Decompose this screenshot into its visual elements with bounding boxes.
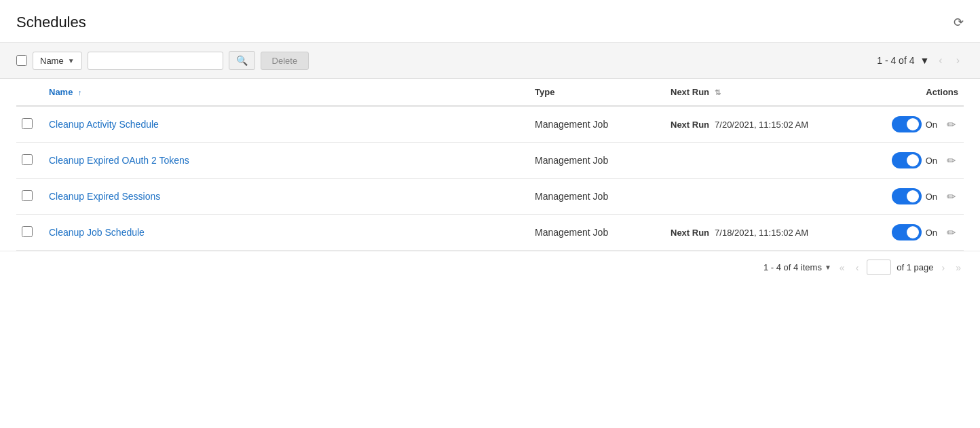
- row-nextrun-cell: Next Run 7/20/2021, 11:15:02 AM: [665, 106, 882, 143]
- next-run-label: Next Run: [671, 120, 709, 130]
- table-header-row: Name ↑ Type Next Run ⇅ Actions: [16, 79, 964, 106]
- toggle-wrapper-2: On: [892, 188, 937, 204]
- toolbar: Name ▼ 🔍 Delete 1 - 4 of 4 ▼ ‹ ›: [0, 43, 980, 79]
- footer-page-range: 1 - 4 of 4 items ▼: [764, 262, 831, 272]
- row-type-cell: Management Job: [529, 179, 665, 215]
- pagination-dropdown-icon[interactable]: ▼: [920, 55, 929, 66]
- row-checkbox-0[interactable]: [22, 118, 33, 129]
- page-header: Schedules ⟳: [0, 0, 980, 43]
- toggle-wrapper-0: On: [892, 116, 937, 132]
- toolbar-right: 1 - 4 of 4 ▼ ‹ ›: [877, 53, 964, 68]
- next-page-button[interactable]: ›: [952, 53, 964, 68]
- edit-button-1[interactable]: ✏: [944, 153, 958, 168]
- sort-icon: ↑: [78, 88, 82, 96]
- nextrun-sort-icon: ⇅: [715, 88, 721, 96]
- toggle-wrapper-3: On: [892, 224, 937, 240]
- next-run-value: 7/20/2021, 11:15:02 AM: [715, 120, 808, 130]
- row-checkbox-cell: [16, 179, 43, 215]
- edit-button-2[interactable]: ✏: [944, 189, 958, 204]
- footer-pagination-chevron[interactable]: ▼: [825, 264, 831, 271]
- pagination-range: 1 - 4 of 4: [877, 55, 914, 66]
- next-run-label: Next Run: [671, 228, 709, 238]
- edit-button-0[interactable]: ✏: [944, 117, 958, 132]
- row-name-cell: Cleanup Job Schedule: [43, 215, 529, 251]
- search-button[interactable]: 🔍: [229, 51, 255, 70]
- toggle-0[interactable]: [892, 116, 922, 132]
- schedule-link-1[interactable]: Cleanup Expired OAuth 2 Tokens: [49, 155, 189, 166]
- toggle-label-2: On: [926, 192, 937, 202]
- toggle-3[interactable]: [892, 224, 922, 240]
- toggle-2[interactable]: [892, 188, 922, 204]
- row-checkbox-3[interactable]: [22, 226, 33, 237]
- toggle-label-1: On: [926, 156, 937, 166]
- row-type-cell: Management Job: [529, 106, 665, 143]
- col-header-checkbox: [16, 79, 43, 106]
- row-checkbox-1[interactable]: [22, 154, 33, 165]
- prev-page-button[interactable]: ‹: [935, 53, 946, 68]
- search-input[interactable]: [88, 52, 223, 70]
- toggle-label-0: On: [926, 120, 937, 130]
- toggle-label-3: On: [926, 228, 937, 238]
- select-all-checkbox[interactable]: [16, 55, 27, 66]
- row-name-cell: Cleanup Expired Sessions: [43, 179, 529, 215]
- next-run-value: 7/18/2021, 11:15:02 AM: [715, 228, 808, 238]
- prev-page-button-footer[interactable]: ‹: [853, 261, 862, 274]
- row-type-cell: Management Job: [529, 143, 665, 179]
- schedule-link-2[interactable]: Cleanup Expired Sessions: [49, 191, 160, 202]
- row-actions-cell: On ✏: [882, 215, 964, 251]
- row-actions-cell: On ✏: [882, 106, 964, 143]
- schedule-link-0[interactable]: Cleanup Activity Schedule: [49, 119, 159, 130]
- table-container: Name ↑ Type Next Run ⇅ Actions Cleanup A…: [0, 79, 980, 251]
- page-total: of 1 page: [897, 262, 933, 272]
- toggle-slider-2: [892, 188, 922, 204]
- toggle-slider-0: [892, 116, 922, 132]
- toggle-wrapper-1: On: [892, 152, 937, 168]
- row-nextrun-cell: Next Run 7/18/2021, 11:15:02 AM: [665, 215, 882, 251]
- schedule-link-3[interactable]: Cleanup Job Schedule: [49, 227, 145, 238]
- page-title: Schedules: [16, 14, 86, 31]
- row-checkbox-cell: [16, 106, 43, 143]
- page-number-input[interactable]: 1: [867, 260, 891, 275]
- toolbar-left: Name ▼ 🔍 Delete: [16, 51, 871, 70]
- col-header-nextrun[interactable]: Next Run ⇅: [665, 79, 882, 106]
- footer-pagination: 1 - 4 of 4 items ▼ « ‹ 1 of 1 page › »: [0, 251, 980, 283]
- row-actions-cell: On ✏: [882, 179, 964, 215]
- first-page-button[interactable]: «: [837, 261, 848, 274]
- row-actions-cell: On ✏: [882, 143, 964, 179]
- row-nextrun-cell: [665, 143, 882, 179]
- filter-chevron-icon: ▼: [68, 57, 75, 65]
- filter-select[interactable]: Name ▼: [33, 52, 82, 70]
- row-checkbox-2[interactable]: [22, 190, 33, 201]
- row-name-cell: Cleanup Activity Schedule: [43, 106, 529, 143]
- delete-button[interactable]: Delete: [261, 52, 309, 70]
- row-name-cell: Cleanup Expired OAuth 2 Tokens: [43, 143, 529, 179]
- search-icon: 🔍: [236, 55, 248, 66]
- col-header-type: Type: [529, 79, 665, 106]
- edit-button-3[interactable]: ✏: [944, 225, 958, 240]
- table-row: Cleanup Job Schedule Management Job Next…: [16, 215, 964, 251]
- last-page-button[interactable]: »: [953, 261, 964, 274]
- table-row: Cleanup Activity Schedule Management Job…: [16, 106, 964, 143]
- next-page-button-footer[interactable]: ›: [939, 261, 948, 274]
- row-type-cell: Management Job: [529, 215, 665, 251]
- row-checkbox-cell: [16, 143, 43, 179]
- col-header-actions: Actions: [882, 79, 964, 106]
- schedules-table: Name ↑ Type Next Run ⇅ Actions Cleanup A…: [16, 79, 964, 251]
- row-checkbox-cell: [16, 215, 43, 251]
- toggle-slider-3: [892, 224, 922, 240]
- toggle-1[interactable]: [892, 152, 922, 168]
- filter-label: Name: [40, 56, 64, 66]
- toggle-slider-1: [892, 152, 922, 168]
- row-nextrun-cell: [665, 179, 882, 215]
- history-icon[interactable]: ⟳: [954, 15, 964, 30]
- col-header-name[interactable]: Name ↑: [43, 79, 529, 106]
- table-row: Cleanup Expired Sessions Management Job: [16, 179, 964, 215]
- footer-pagination-label: 1 - 4 of 4 items: [764, 262, 822, 272]
- table-row: Cleanup Expired OAuth 2 Tokens Managemen…: [16, 143, 964, 179]
